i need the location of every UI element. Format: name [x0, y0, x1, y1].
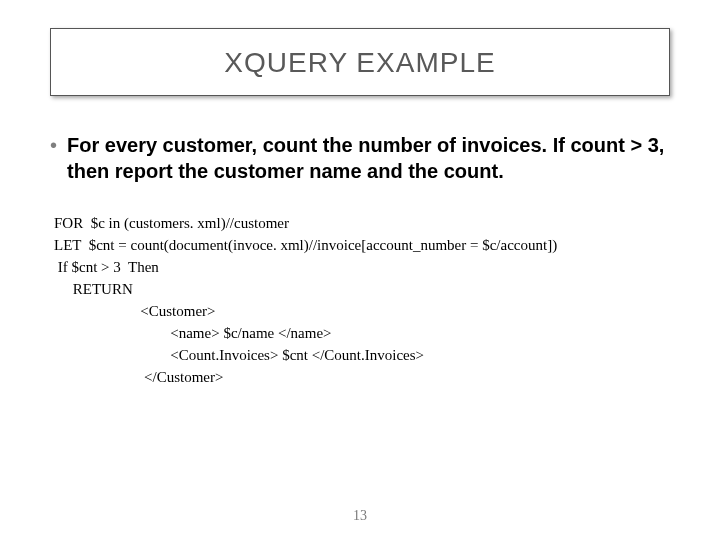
bullet-icon: •	[50, 132, 57, 158]
code-block: FOR $c in (customers. xml)//customer LET…	[54, 212, 670, 388]
bullet-item: • For every customer, count the number o…	[50, 132, 670, 184]
slide: XQUERY EXAMPLE • For every customer, cou…	[0, 0, 720, 540]
title-container: XQUERY EXAMPLE	[50, 28, 670, 96]
page-number: 13	[0, 508, 720, 524]
slide-title: XQUERY EXAMPLE	[61, 47, 659, 79]
bullet-text: For every customer, count the number of …	[67, 132, 670, 184]
